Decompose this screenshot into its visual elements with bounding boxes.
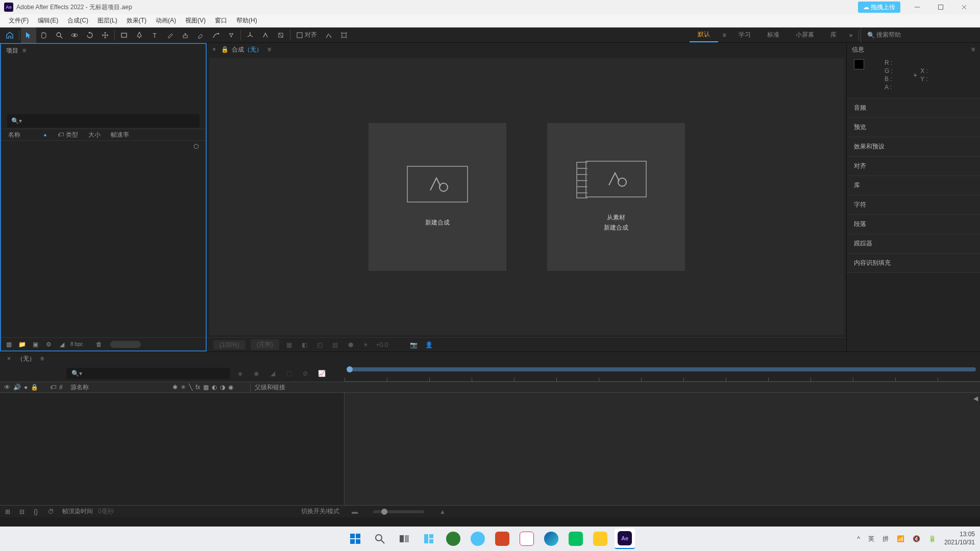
comp-tab-lock-icon[interactable]: 🔒 (221, 46, 229, 53)
taskbar-app-powerpoint[interactable] (492, 529, 512, 549)
zoom-tool[interactable] (52, 28, 67, 43)
project-col-size[interactable]: 大小 (88, 131, 101, 139)
project-search-pill[interactable] (110, 341, 141, 348)
roi-icon[interactable]: ◰ (315, 340, 325, 349)
menu-view[interactable]: 视图(V) (181, 14, 210, 27)
taskbar-app-utorrent[interactable] (443, 529, 463, 549)
interpret-footage-icon[interactable]: ▦ (4, 340, 13, 348)
info-panel-menu-icon[interactable]: ≡ (971, 46, 975, 53)
cloud-upload-button[interactable]: ☁ 拖拽上传 (858, 2, 900, 13)
comp-zoom-dropdown[interactable]: (100%) (213, 340, 246, 349)
zoom-in-icon[interactable]: ▲ (439, 508, 446, 515)
pen-tool[interactable] (132, 28, 147, 43)
puppet-tool[interactable] (224, 28, 239, 43)
maximize-button[interactable] (929, 0, 952, 14)
show-snapshot-icon[interactable]: 👤 (424, 340, 434, 349)
comp-tab-close-icon[interactable]: × (212, 46, 216, 53)
panel-character[interactable]: 字符 (847, 195, 980, 215)
orbit-tool[interactable] (67, 28, 82, 43)
close-button[interactable] (952, 0, 976, 14)
panel-align[interactable]: 对齐 (847, 157, 980, 176)
workspace-library[interactable]: 库 (822, 28, 845, 42)
menu-effect[interactable]: 效果(T) (122, 14, 151, 27)
ime-language[interactable]: 英 (868, 535, 874, 543)
workspace-default[interactable]: 默认 (690, 28, 718, 42)
flowchart-icon[interactable]: ⬡ (193, 143, 199, 150)
rectangle-tool[interactable] (116, 28, 132, 43)
timeline-nav-handle[interactable] (347, 366, 353, 372)
timeline-ruler[interactable] (345, 373, 980, 382)
project-col-fps[interactable]: 帧速率 (111, 131, 129, 139)
panel-audio[interactable]: 音频 (847, 98, 980, 118)
menu-help[interactable]: 帮助(H) (232, 14, 262, 27)
tl-col-parent[interactable]: 父级和链接 (250, 383, 342, 392)
menu-animation[interactable]: 动画(A) (151, 14, 181, 27)
graph-editor-icon[interactable]: 📈 (315, 368, 328, 379)
project-panel-header[interactable]: 项目 ≡ (1, 44, 206, 57)
toggle-in-out-icon[interactable]: {} (34, 508, 43, 515)
delete-icon[interactable]: 🗑 (96, 341, 102, 348)
workspace-learn[interactable]: 学习 (730, 28, 759, 42)
render-time-icon[interactable]: ⏱ (48, 508, 57, 515)
text-tool[interactable]: T (147, 28, 162, 43)
local-axis-mode[interactable] (242, 28, 258, 43)
timeline-tab-close-icon[interactable]: × (7, 355, 11, 362)
timeline-tab-none[interactable]: （无） (17, 355, 35, 363)
taskbar-app-aftereffects[interactable]: Ae (615, 529, 635, 549)
color-depth-icon[interactable]: ◢ (57, 340, 66, 348)
project-search-input[interactable]: 🔍▾ (7, 114, 200, 128)
toggle-modes-icon[interactable]: ⊟ (19, 508, 29, 515)
project-item-list[interactable]: ⬡ (1, 141, 206, 337)
toggle-transparency-icon[interactable]: ▦ (284, 340, 295, 349)
eye-icon[interactable]: 👁 (4, 384, 10, 391)
panel-libraries[interactable]: 库 (847, 176, 980, 195)
snap-collapse[interactable] (336, 28, 352, 43)
lock-icon[interactable]: 🔒 (31, 384, 38, 391)
toggle-switches-icon[interactable]: ⊞ (5, 508, 14, 515)
draft-3d-icon[interactable]: ◉ (250, 368, 262, 379)
snap-edge-extend[interactable] (321, 28, 336, 43)
panel-content-aware-fill[interactable]: 内容识别填充 (847, 254, 980, 273)
roto-brush-tool[interactable] (208, 28, 224, 43)
channel-icon[interactable]: ⬢ (346, 340, 356, 349)
zoom-out-icon[interactable]: ▬ (352, 508, 358, 515)
comp-panel-menu-icon[interactable]: ≡ (267, 46, 271, 53)
panel-tracker[interactable]: 跟踪器 (847, 234, 980, 254)
menu-composition[interactable]: 合成(C) (63, 14, 93, 27)
taskbar-app-edge[interactable] (541, 529, 561, 549)
pan-behind-tool[interactable] (97, 28, 113, 43)
menu-layer[interactable]: 图层(L) (93, 14, 122, 27)
timeline-search-input[interactable]: 🔍▾ (66, 368, 230, 379)
motion-blur-icon[interactable]: ⊘ (299, 368, 311, 379)
minimize-button[interactable] (905, 0, 929, 14)
new-comp-from-footage-tile[interactable]: 从素材新建合成 (547, 123, 685, 271)
ime-mode[interactable]: 拼 (883, 535, 889, 543)
view-axis-mode[interactable] (273, 28, 288, 43)
panel-paragraph[interactable]: 段落 (847, 215, 980, 234)
menu-window[interactable]: 窗口 (210, 14, 232, 27)
taskbar-start[interactable] (345, 529, 365, 549)
comp-tab-label[interactable]: 合成 (232, 45, 244, 54)
comp-resolution-dropdown[interactable]: (完整) (251, 339, 279, 350)
label-color-icon[interactable]: 🏷 (50, 384, 56, 391)
bpc-label[interactable]: 8 bpc (70, 341, 83, 347)
tray-datetime[interactable]: 13:05 2021/10/31 (944, 531, 975, 546)
workspace-small[interactable]: 小屏幕 (788, 28, 822, 42)
snapshot-icon[interactable]: 📷 (408, 340, 419, 349)
comp-mini-flowchart-icon[interactable]: ◈ (234, 368, 246, 379)
timeline-layer-list[interactable] (0, 393, 345, 505)
new-comp-icon[interactable]: ▣ (31, 340, 40, 348)
timeline-panel-menu-icon[interactable]: ≡ (40, 355, 44, 362)
menu-file[interactable]: 文件(F) (4, 14, 33, 27)
taskbar-search[interactable] (370, 529, 390, 549)
taskbar-taskview[interactable] (394, 529, 414, 549)
exposure-value[interactable]: +0.0 (376, 341, 388, 348)
taskbar-app-explorer[interactable] (590, 529, 610, 549)
project-panel-menu-icon[interactable]: ≡ (22, 47, 26, 54)
brush-tool[interactable] (162, 28, 178, 43)
new-folder-icon[interactable]: 📁 (17, 340, 27, 348)
home-button[interactable] (2, 28, 17, 43)
wifi-icon[interactable]: 📶 (897, 535, 904, 542)
project-col-name[interactable]: 名称▲ (8, 131, 47, 139)
timeline-zoom-slider[interactable] (373, 510, 424, 513)
